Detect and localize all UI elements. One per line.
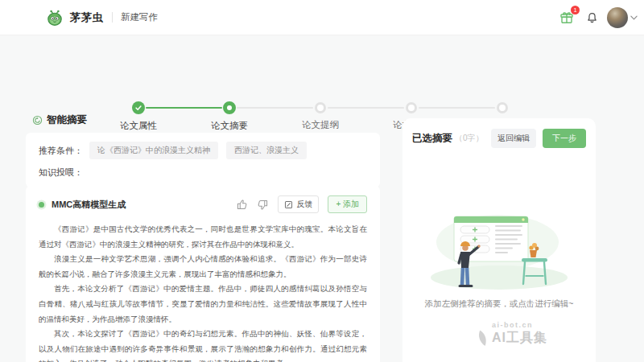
selected-summary-title: 已选摘要 — [412, 132, 452, 146]
step-todo-icon — [315, 102, 326, 113]
refresh-circle-icon — [32, 115, 43, 125]
step-todo-icon — [406, 102, 417, 113]
empty-hint: 添加左侧推荐的摘要，或点击进行编辑~ — [402, 298, 596, 310]
bell-icon — [586, 11, 598, 24]
edit-note-icon — [284, 200, 293, 209]
notification-bell-button[interactable] — [586, 11, 598, 24]
new-writing-page: 茅茅虫 新建写作 1 — [0, 0, 644, 362]
feedback-button[interactable]: 反馈 — [278, 195, 319, 213]
app-logo[interactable]: 茅茅虫 新建写作 — [46, 9, 158, 27]
summary-paragraph: 浪漫主义是一种文学艺术思潮，强调个人内心情感的体验和追求。《西游记》作为一部史诗… — [39, 252, 367, 282]
model-info: MMC高精模型生成 — [39, 199, 126, 211]
step-paper-outline[interactable]: 论文提纲 — [284, 101, 357, 131]
word-count: （0字） — [455, 133, 484, 144]
chevron-down-icon — [630, 15, 638, 20]
watermark-site: ai-bot.cn — [492, 321, 547, 329]
step-paper-attributes[interactable]: 论文属性 — [102, 101, 175, 132]
section-title-text: 智能摘要 — [47, 113, 87, 127]
step-label: 论文属性 — [102, 120, 175, 132]
back-to-edit-button[interactable]: 返回编辑 — [491, 129, 536, 148]
summary-paragraph: 《西游记》是中国古代文学的优秀代表之一，同时也是世界文学宝库中的瑰宝。本论文旨在… — [39, 222, 367, 252]
gift-button[interactable]: 1 — [559, 10, 574, 25]
avatar[interactable] — [607, 7, 628, 28]
knowledge-label: 知识投喂： — [39, 167, 83, 179]
condition-tag[interactable]: 论《西游记》中的浪漫主义精神 — [89, 142, 218, 159]
thumbs-down-icon[interactable] — [257, 199, 269, 211]
summary-paragraph: 首先，本论文分析了《西游记》中的爱情主题。作品中，师徒四人的感情纠葛以及孙悟空与… — [39, 282, 367, 327]
summary-text[interactable]: 《西游记》是中国古代文学的优秀代表之一，同时也是世界文学宝库中的瑰宝。本论文旨在… — [39, 222, 367, 362]
user-menu[interactable] — [607, 7, 638, 28]
brand-name: 茅茅虫 — [70, 10, 104, 25]
leaf-icon — [474, 328, 491, 348]
selected-summary-panel: 已选摘要 （0字） 返回编辑 下一步 — [402, 118, 596, 362]
empty-state-illustration — [427, 212, 572, 292]
step-paper-abstract[interactable]: 论文摘要 — [193, 101, 266, 132]
section-title-smart-summary: 智能摘要 — [32, 113, 87, 127]
step-todo-icon — [497, 102, 508, 113]
app-header: 茅茅虫 新建写作 1 — [0, 0, 644, 35]
thumbs-up-icon[interactable] — [236, 199, 248, 211]
bug-mascot-icon — [46, 9, 64, 27]
header-divider — [112, 12, 113, 23]
add-summary-button[interactable]: + 添加 — [328, 195, 367, 213]
generated-summary-card: MMC高精模型生成 — [26, 186, 380, 362]
step-current-icon — [223, 101, 236, 114]
notification-badge: 1 — [571, 6, 580, 14]
step-done-icon — [132, 101, 145, 114]
step-label: 论文摘要 — [193, 120, 266, 132]
watermark: ai-bot.cn AI工具集 — [477, 321, 547, 347]
summary-paragraph: 其次，本论文探讨了《西游记》中的奇幻与幻想元素。作品中的神仙、妖怪、仙界等设定，… — [39, 327, 367, 362]
page-title: 新建写作 — [121, 11, 158, 23]
next-step-button[interactable]: 下一步 — [543, 129, 586, 148]
conditions-label: 推荐条件： — [39, 145, 83, 157]
step-label: 论文提纲 — [284, 119, 357, 131]
conditions-card: 推荐条件： 论《西游记》中的浪漫主义精神 西游记、浪漫主义 知识投喂： — [26, 133, 380, 187]
feedback-label: 反馈 — [296, 199, 312, 210]
watermark-name: AI工具集 — [492, 330, 547, 347]
stepper: 论文属性 论文摘要 论文提纲 论文灵感 沉浸写作 — [0, 48, 644, 85]
green-status-dot — [39, 202, 44, 208]
add-label: + 添加 — [336, 200, 359, 208]
condition-tag[interactable]: 西游记、浪漫主义 — [226, 142, 307, 159]
model-name: MMC高精模型生成 — [52, 199, 126, 211]
